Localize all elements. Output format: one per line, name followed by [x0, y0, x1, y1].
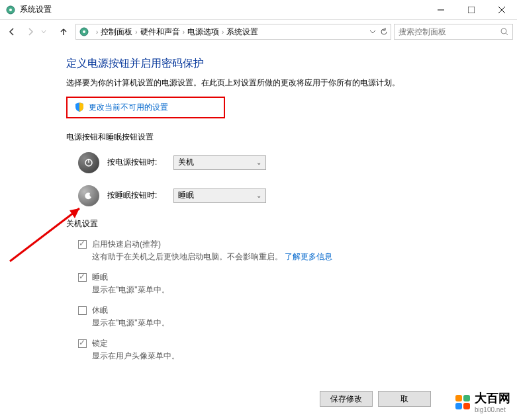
forward-button[interactable] [23, 24, 38, 40]
search-icon[interactable] [500, 28, 508, 36]
chevron-right-icon: › [183, 28, 185, 36]
chevron-right-icon: › [96, 28, 98, 36]
highlighted-link-box: 更改当前不可用的设置 [66, 97, 225, 118]
power-icon [78, 152, 99, 173]
checkbox-desc: 显示在用户头像菜单中。 [92, 351, 179, 362]
breadcrumb-item[interactable]: 控制面板 [101, 26, 132, 38]
chevron-down-icon: ⌄ [256, 192, 261, 199]
svg-line-9 [506, 33, 508, 35]
svg-rect-3 [468, 7, 475, 13]
breadcrumb-item[interactable]: 电源选项 [187, 26, 219, 38]
up-button[interactable] [56, 24, 71, 40]
minimize-button[interactable] [426, 0, 456, 20]
shield-icon [74, 102, 85, 112]
lock-checkbox[interactable] [78, 339, 87, 348]
power-button-dropdown[interactable]: 关机 ⌄ [173, 155, 266, 170]
breadcrumb-item[interactable]: 系统设置 [226, 26, 258, 38]
watermark-logo [455, 394, 471, 410]
power-button-row: 按电源按钮时: 关机 ⌄ [66, 152, 517, 173]
sleep-button-dropdown[interactable]: 睡眠 ⌄ [173, 189, 266, 203]
page-heading: 定义电源按钮并启用密码保护 [66, 57, 517, 71]
content-area: 定义电源按钮并启用密码保护 选择要为你的计算机设置的电源设置。在此页上对设置所做… [0, 44, 517, 367]
cancel-button[interactable]: 取 [378, 391, 431, 407]
address-bar[interactable]: › 控制面板 › 硬件和声音 › 电源选项 › 系统设置 [75, 24, 391, 40]
checkbox-row: 睡眠 显示在"电源"菜单中。 [66, 272, 517, 301]
checkbox-desc: 这有助于在关机之后更快地启动电脑。不会影响重启。 了解更多信息 [92, 251, 332, 263]
breadcrumb: › 控制面板 › 硬件和声音 › 电源选项 › 系统设置 [93, 26, 369, 38]
dropdown-value: 睡眠 [178, 190, 194, 201]
chevron-right-icon: › [222, 28, 224, 36]
checkbox-desc: 显示在"电源"菜单中。 [92, 284, 169, 296]
save-button[interactable]: 保存修改 [320, 391, 373, 407]
checkbox-label: 休眠 [92, 305, 169, 316]
footer-buttons: 保存修改 取 [320, 391, 431, 407]
svg-point-1 [9, 9, 12, 11]
sleep-button-row: 按睡眠按钮时: 睡眠 ⌄ [66, 185, 517, 206]
watermark: 大百网 big100.net [455, 390, 510, 413]
change-settings-link[interactable]: 更改当前不可用的设置 [89, 102, 168, 113]
chevron-down-icon[interactable] [369, 28, 376, 35]
section-title: 关机设置 [66, 218, 517, 230]
section-title: 电源按钮和睡眠按钮设置 [66, 132, 517, 143]
checkbox-row: 锁定 显示在用户头像菜单中。 [66, 338, 517, 367]
titlebar: 系统设置 [0, 0, 517, 20]
chevron-down-icon: ⌄ [256, 159, 261, 166]
breadcrumb-item[interactable]: 硬件和声音 [140, 26, 180, 38]
refresh-icon[interactable] [380, 28, 388, 36]
search-input[interactable] [399, 27, 498, 36]
svg-point-7 [83, 30, 85, 33]
history-dropdown[interactable] [41, 27, 52, 36]
checkbox-label: 启用快速启动(推荐) [92, 239, 332, 250]
checkbox-row: 启用快速启动(推荐) 这有助于在关机之后更快地启动电脑。不会影响重启。 了解更多… [66, 239, 517, 268]
sleep-button-label: 按睡眠按钮时: [107, 190, 173, 201]
checkbox-label: 锁定 [92, 338, 179, 349]
sleep-icon [78, 185, 99, 206]
fast-startup-checkbox[interactable] [78, 240, 87, 249]
power-button-label: 按电源按钮时: [107, 157, 173, 168]
back-button[interactable] [4, 24, 20, 40]
checkbox-row: 休眠 显示在"电源"菜单中。 [66, 305, 517, 334]
window-title: 系统设置 [20, 4, 426, 15]
checkbox-desc: 显示在"电源"菜单中。 [92, 317, 169, 329]
navbar: › 控制面板 › 硬件和声音 › 电源选项 › 系统设置 [0, 20, 517, 44]
search-box[interactable] [394, 24, 513, 40]
dropdown-value: 关机 [178, 157, 194, 168]
learn-more-link[interactable]: 了解更多信息 [285, 252, 332, 261]
checkbox-label: 睡眠 [92, 272, 169, 283]
watermark-url: big100.net [475, 406, 510, 413]
sleep-checkbox[interactable] [78, 273, 87, 282]
close-button[interactable] [487, 0, 517, 20]
app-icon [5, 5, 16, 15]
svg-point-8 [501, 28, 506, 34]
page-subheading: 选择要为你的计算机设置的电源设置。在此页上对设置所做的更改将应用于你所有的电源计… [66, 77, 517, 89]
hibernate-checkbox[interactable] [78, 306, 87, 315]
chevron-right-icon: › [135, 28, 137, 36]
location-icon [79, 26, 89, 37]
window-controls [426, 0, 517, 20]
maximize-button[interactable] [456, 0, 487, 20]
watermark-brand: 大百网 [475, 390, 510, 406]
